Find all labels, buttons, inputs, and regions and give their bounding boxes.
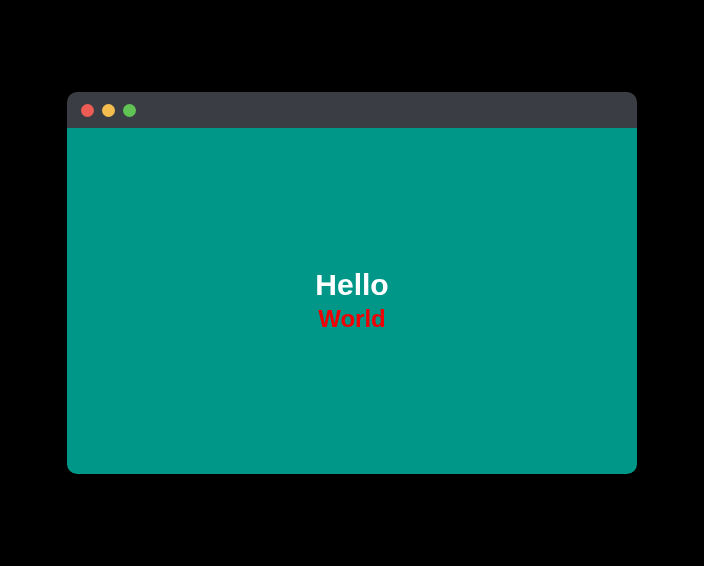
minimize-icon[interactable] (102, 104, 115, 117)
window-content: Hello World (67, 128, 637, 474)
close-icon[interactable] (81, 104, 94, 117)
world-label: World (318, 303, 386, 334)
zoom-icon[interactable] (123, 104, 136, 117)
hello-label: Hello (315, 267, 388, 303)
app-window: Hello World (67, 92, 637, 474)
titlebar (67, 92, 637, 128)
